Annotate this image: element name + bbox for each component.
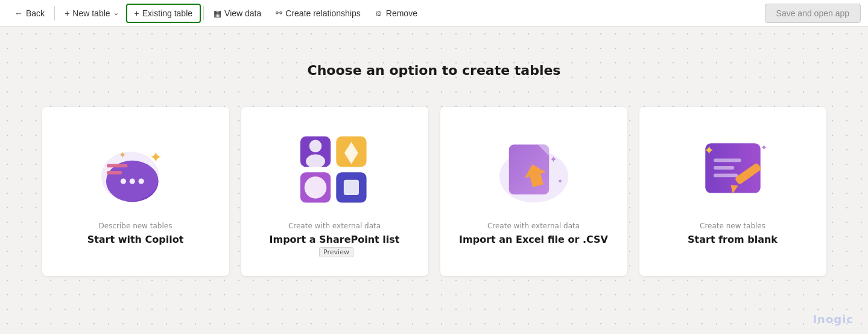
save-open-button[interactable]: Save and open app [765,4,861,23]
divider-2 [203,6,204,21]
svg-text:✦: ✦ [557,176,563,185]
back-label: Back [26,8,45,18]
watermark: Inogic [813,313,854,326]
svg-rect-20 [508,144,548,194]
relationship-icon: ⚯ [276,8,282,18]
svg-point-8 [101,152,159,201]
card-sharepoint-icon-area [287,125,383,210]
svg-rect-28 [714,166,734,170]
card-sharepoint-title: Import a SharePoint list Preview [253,234,416,257]
blank-icon: ✦ ✦ [685,123,781,213]
sharepoint-icon [287,123,383,213]
card-copilot[interactable]: ✦ ✦ Describe new tables Start with Copil… [42,107,229,276]
remove-button[interactable]: ⦻ Remove [368,5,425,22]
view-data-button[interactable]: ▦ View data [206,5,268,22]
svg-rect-17 [343,180,358,195]
view-data-label: View data [224,8,261,18]
svg-text:✦: ✦ [550,154,557,165]
existing-table-button[interactable]: + Existing table [126,4,201,23]
divider-1 [54,6,55,21]
card-blank[interactable]: ✦ ✦ Create new tables Start from blank [639,107,826,276]
svg-point-10 [309,140,322,152]
card-copilot-icon-area: ✦ ✦ [87,125,184,210]
existing-table-label: Existing table [142,8,192,18]
card-excel[interactable]: ✦ · ✦ Create with external data Import a… [440,107,627,276]
svg-text:✦: ✦ [704,143,714,157]
page-title: Choose an option to create tables [308,63,561,78]
svg-rect-27 [714,158,741,162]
plus-icon-new: + [65,8,69,18]
card-excel-title: Import an Excel file or .CSV [459,234,608,245]
svg-point-15 [304,176,326,199]
create-relationships-button[interactable]: ⚯ Create relationships [268,5,368,22]
card-excel-sub: Create with external data [487,222,580,230]
svg-rect-29 [714,173,738,177]
card-blank-title: Start from blank [688,234,778,245]
card-blank-sub: Create new tables [700,222,765,230]
card-blank-icon-area: ✦ ✦ [685,125,781,210]
remove-x-icon: ⦻ [375,8,383,18]
card-copilot-title: Start with Copilot [87,234,184,245]
plus-icon-existing: + [135,8,139,18]
card-sharepoint[interactable]: Create with external data Import a Share… [241,107,428,276]
new-table-button[interactable]: + New table ⌄ [57,5,125,22]
card-excel-icon-area: ✦ · ✦ [486,125,582,210]
svg-text:✦: ✦ [760,142,767,152]
svg-text:·: · [510,182,512,190]
toolbar: ← Back + New table ⌄ + Existing table ▦ … [0,0,868,27]
cards-row: ✦ ✦ Describe new tables Start with Copil… [6,107,863,276]
create-relationships-label: Create relationships [285,8,361,18]
card-copilot-sub: Describe new tables [99,222,173,230]
excel-icon: ✦ · ✦ [486,123,582,213]
back-button[interactable]: ← Back [7,5,52,22]
main-content: Choose an option to create tables ✦ ✦ [0,27,868,334]
svg-point-11 [306,154,325,168]
dropdown-arrow-icon: ⌄ [113,9,119,17]
remove-label: Remove [386,8,417,18]
new-table-label: New table [72,8,110,18]
grid-icon: ▦ [214,8,221,18]
preview-badge: Preview [319,247,353,257]
copilot-icon: ✦ ✦ [87,123,184,213]
card-sharepoint-sub: Create with external data [288,222,381,230]
back-arrow-icon: ← [14,8,23,18]
